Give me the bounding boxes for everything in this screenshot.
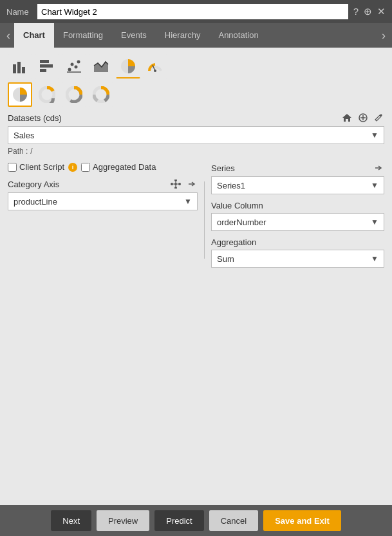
datasets-icons bbox=[341, 112, 384, 124]
category-axis-header: Category Axis bbox=[8, 178, 198, 190]
aggregation-label: Aggregation bbox=[211, 237, 384, 247]
chart-content: Datasets (cds) Sales ▼ Path : / bbox=[0, 48, 392, 505]
datasets-label: Datasets (cds) bbox=[8, 113, 62, 123]
horizontal-bar-chart-icon[interactable] bbox=[35, 54, 59, 79]
svg-rect-2 bbox=[22, 67, 25, 73]
svg-point-25 bbox=[178, 183, 181, 185]
svg-rect-1 bbox=[17, 62, 21, 73]
svg-point-24 bbox=[171, 183, 173, 185]
aggregated-data-label: Aggregated Data bbox=[93, 162, 156, 172]
pie-chart-icon[interactable] bbox=[116, 54, 140, 79]
svg-point-14 bbox=[154, 69, 156, 72]
preview-button[interactable]: Preview bbox=[97, 510, 149, 531]
tab-next-button[interactable]: › bbox=[378, 29, 389, 42]
category-axis-arrow-button[interactable] bbox=[186, 178, 198, 190]
name-bar-icons: ? ⊕ ✕ bbox=[353, 6, 386, 17]
aggregation-dropdown[interactable]: Sum ▼ bbox=[211, 250, 384, 268]
datasets-edit-button[interactable] bbox=[373, 112, 384, 124]
tab-chart[interactable]: Chart bbox=[14, 23, 54, 48]
client-script-checkbox-item: Client Script i bbox=[8, 162, 77, 172]
two-col-section: Client Script i Aggregated Data Category… bbox=[8, 162, 384, 268]
svg-rect-0 bbox=[13, 64, 16, 73]
series-selected: Series1 bbox=[217, 181, 245, 190]
aggregation-dropdown-arrow: ▼ bbox=[371, 254, 378, 263]
series-label: Series bbox=[211, 163, 235, 173]
next-button[interactable]: Next bbox=[51, 510, 91, 531]
name-label: Name bbox=[6, 7, 32, 17]
cancel-button[interactable]: Cancel bbox=[209, 510, 258, 531]
datasets-dropdown[interactable]: Sales ▼ bbox=[8, 126, 384, 144]
value-column-label: Value Column bbox=[211, 201, 384, 210]
vertical-divider bbox=[204, 181, 205, 259]
svg-point-8 bbox=[75, 66, 78, 69]
svg-point-27 bbox=[174, 187, 177, 189]
donut1-icon[interactable] bbox=[35, 82, 59, 107]
value-column-dropdown-arrow: ▼ bbox=[371, 217, 378, 226]
bar-chart-icon[interactable] bbox=[8, 54, 32, 79]
aggregated-data-checkbox-item: Aggregated Data bbox=[81, 162, 156, 172]
donut2-icon[interactable] bbox=[62, 82, 86, 107]
svg-point-9 bbox=[77, 60, 80, 64]
datasets-home-button[interactable] bbox=[341, 112, 353, 124]
chart-type-row1 bbox=[8, 54, 384, 79]
aggregation-selected: Sum bbox=[217, 254, 234, 264]
path-value: / bbox=[30, 147, 32, 156]
datasets-add-button[interactable] bbox=[357, 112, 369, 124]
series-arrow-button[interactable] bbox=[373, 162, 384, 174]
series-dropdown-arrow: ▼ bbox=[371, 181, 378, 190]
client-script-label: Client Script bbox=[19, 162, 64, 172]
value-column-dropdown[interactable]: orderNumber ▼ bbox=[211, 213, 384, 231]
svg-point-26 bbox=[174, 180, 177, 181]
area-chart-icon[interactable] bbox=[89, 54, 113, 79]
chart-type-row2 bbox=[8, 82, 384, 107]
series-header: Series bbox=[211, 162, 384, 174]
tab-formatting[interactable]: Formatting bbox=[54, 23, 112, 48]
svg-rect-5 bbox=[40, 69, 46, 72]
svg-point-23 bbox=[174, 183, 177, 185]
scatter-chart-icon[interactable] bbox=[62, 54, 86, 79]
category-axis-network-button[interactable] bbox=[169, 178, 182, 190]
value-column-selected: orderNumber bbox=[217, 217, 266, 227]
path-label: Path : bbox=[8, 147, 28, 156]
name-bar: Name ? ⊕ ✕ bbox=[0, 0, 392, 23]
checkbox-row: Client Script i Aggregated Data bbox=[8, 162, 198, 172]
tab-prev-button[interactable]: ‹ bbox=[3, 23, 14, 48]
category-axis-dropdown-arrow: ▼ bbox=[184, 197, 192, 206]
datasets-dropdown-arrow: ▼ bbox=[371, 131, 378, 140]
gauge-chart-icon[interactable] bbox=[143, 54, 167, 79]
right-column: Series Series1 ▼ Value Column orderNumbe… bbox=[211, 162, 384, 268]
path-row: Path : / bbox=[8, 147, 384, 156]
tab-annotation[interactable]: Annotation bbox=[209, 23, 267, 48]
move-icon[interactable]: ⊕ bbox=[364, 6, 372, 17]
save-exit-button[interactable]: Save and Exit bbox=[263, 510, 341, 531]
svg-marker-19 bbox=[342, 114, 351, 122]
svg-rect-4 bbox=[40, 64, 53, 68]
help-icon[interactable]: ? bbox=[353, 6, 359, 17]
series-dropdown[interactable]: Series1 ▼ bbox=[211, 176, 384, 194]
name-input[interactable] bbox=[37, 4, 348, 19]
tab-events[interactable]: Events bbox=[112, 23, 156, 48]
donut3-icon[interactable] bbox=[89, 82, 113, 107]
datasets-selected: Sales bbox=[14, 131, 35, 140]
svg-rect-3 bbox=[40, 60, 49, 63]
close-icon[interactable]: ✕ bbox=[377, 6, 386, 17]
tab-hierarchy[interactable]: Hierarchy bbox=[156, 23, 210, 48]
category-axis-dropdown[interactable]: productLine ▼ bbox=[8, 192, 198, 210]
pie-selected-icon[interactable] bbox=[8, 82, 32, 107]
category-axis-icons bbox=[169, 178, 198, 190]
datasets-row: Datasets (cds) bbox=[8, 112, 384, 124]
svg-point-7 bbox=[71, 63, 74, 66]
predict-button[interactable]: Predict bbox=[154, 510, 203, 531]
left-column: Client Script i Aggregated Data Category… bbox=[8, 162, 198, 210]
category-axis-label: Category Axis bbox=[8, 180, 59, 189]
tab-bar: ‹ Chart Formatting Events Hierarchy Anno… bbox=[0, 23, 392, 48]
bottom-bar: Next Preview Predict Cancel Save and Exi… bbox=[0, 505, 392, 536]
aggregated-data-checkbox[interactable] bbox=[81, 163, 90, 172]
svg-point-6 bbox=[68, 68, 71, 71]
client-script-info-icon: i bbox=[68, 163, 77, 172]
client-script-checkbox[interactable] bbox=[8, 163, 17, 172]
category-axis-selected: productLine bbox=[14, 197, 57, 207]
